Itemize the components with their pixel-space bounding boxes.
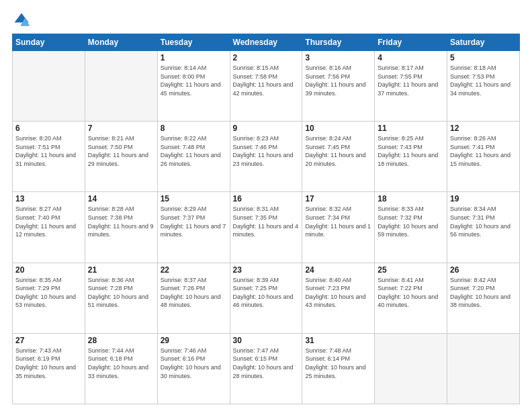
day-info: Sunrise: 8:31 AM Sunset: 7:35 PM Dayligh…: [233, 205, 300, 238]
day-info: Sunrise: 8:24 AM Sunset: 7:45 PM Dayligh…: [305, 134, 371, 168]
calendar-cell: 6Sunrise: 8:20 AM Sunset: 7:51 PM Daylig…: [13, 122, 85, 192]
calendar-table: SundayMondayTuesdayWednesdayThursdayFrid…: [12, 34, 520, 404]
day-info: Sunrise: 8:25 AM Sunset: 7:43 PM Dayligh…: [378, 134, 444, 168]
day-info: Sunrise: 7:48 AM Sunset: 6:14 PM Dayligh…: [305, 347, 371, 380]
calendar-cell: 2Sunrise: 8:15 AM Sunset: 7:58 PM Daylig…: [230, 51, 302, 122]
day-number: 7: [88, 124, 154, 133]
day-number: 1: [161, 53, 227, 62]
day-info: Sunrise: 8:16 AM Sunset: 7:56 PM Dayligh…: [305, 64, 371, 97]
calendar-cell: 20Sunrise: 8:35 AM Sunset: 7:29 PM Dayli…: [13, 263, 85, 333]
week-row-2: 13Sunrise: 8:27 AM Sunset: 7:40 PM Dayli…: [13, 192, 520, 263]
day-number: 22: [161, 265, 227, 275]
day-info: Sunrise: 8:21 AM Sunset: 7:50 PM Dayligh…: [88, 134, 154, 168]
calendar-cell: 14Sunrise: 8:28 AM Sunset: 7:38 PM Dayli…: [85, 192, 157, 263]
day-info: Sunrise: 7:43 AM Sunset: 6:19 PM Dayligh…: [15, 347, 82, 380]
calendar-cell: 9Sunrise: 8:23 AM Sunset: 7:46 PM Daylig…: [230, 122, 302, 192]
day-number: 15: [161, 194, 227, 203]
calendar-cell: 30Sunrise: 7:47 AM Sunset: 6:15 PM Dayli…: [230, 333, 302, 404]
day-number: 3: [305, 53, 371, 62]
day-info: Sunrise: 8:34 AM Sunset: 7:31 PM Dayligh…: [450, 205, 517, 238]
week-row-1: 6Sunrise: 8:20 AM Sunset: 7:51 PM Daylig…: [13, 122, 520, 192]
calendar-cell: 31Sunrise: 7:48 AM Sunset: 6:14 PM Dayli…: [302, 333, 375, 404]
calendar-cell: 22Sunrise: 8:37 AM Sunset: 7:26 PM Dayli…: [157, 263, 230, 333]
day-number: 20: [15, 265, 82, 275]
day-info: Sunrise: 8:36 AM Sunset: 7:28 PM Dayligh…: [88, 276, 154, 310]
day-number: 4: [378, 53, 444, 62]
calendar-cell: 27Sunrise: 7:43 AM Sunset: 6:19 PM Dayli…: [13, 333, 85, 404]
day-info: Sunrise: 7:44 AM Sunset: 6:18 PM Dayligh…: [88, 347, 154, 380]
day-number: 5: [450, 53, 517, 62]
day-number: 30: [233, 336, 300, 345]
calendar-cell: 26Sunrise: 8:42 AM Sunset: 7:20 PM Dayli…: [447, 263, 520, 333]
header: [12, 11, 520, 30]
day-info: Sunrise: 8:23 AM Sunset: 7:46 PM Dayligh…: [233, 134, 300, 168]
day-info: Sunrise: 8:42 AM Sunset: 7:20 PM Dayligh…: [450, 276, 517, 310]
day-info: Sunrise: 8:27 AM Sunset: 7:40 PM Dayligh…: [15, 205, 82, 238]
day-number: 17: [305, 194, 371, 203]
calendar-cell: 19Sunrise: 8:34 AM Sunset: 7:31 PM Dayli…: [447, 192, 520, 263]
day-number: 10: [305, 124, 371, 133]
day-info: Sunrise: 8:22 AM Sunset: 7:48 PM Dayligh…: [161, 134, 227, 168]
day-info: Sunrise: 8:32 AM Sunset: 7:34 PM Dayligh…: [305, 205, 371, 238]
calendar-cell: 25Sunrise: 8:41 AM Sunset: 7:22 PM Dayli…: [375, 263, 447, 333]
day-info: Sunrise: 7:46 AM Sunset: 6:16 PM Dayligh…: [161, 347, 227, 380]
day-info: Sunrise: 8:15 AM Sunset: 7:58 PM Dayligh…: [233, 64, 300, 97]
calendar-cell: 12Sunrise: 8:26 AM Sunset: 7:41 PM Dayli…: [447, 122, 520, 192]
calendar-cell: 24Sunrise: 8:40 AM Sunset: 7:23 PM Dayli…: [302, 263, 375, 333]
day-number: 11: [378, 124, 444, 133]
calendar-cell: 17Sunrise: 8:32 AM Sunset: 7:34 PM Dayli…: [302, 192, 375, 263]
weekday-header-sunday: Sunday: [13, 34, 85, 51]
weekday-header-thursday: Thursday: [302, 34, 375, 51]
calendar-cell: 18Sunrise: 8:33 AM Sunset: 7:32 PM Dayli…: [375, 192, 447, 263]
day-number: 12: [450, 124, 517, 133]
calendar-cell: 15Sunrise: 8:29 AM Sunset: 7:37 PM Dayli…: [157, 192, 230, 263]
day-info: Sunrise: 8:37 AM Sunset: 7:26 PM Dayligh…: [161, 276, 227, 310]
day-info: Sunrise: 8:17 AM Sunset: 7:55 PM Dayligh…: [378, 64, 444, 97]
calendar-cell: 13Sunrise: 8:27 AM Sunset: 7:40 PM Dayli…: [13, 192, 85, 263]
day-number: 26: [450, 265, 517, 275]
calendar-cell: 10Sunrise: 8:24 AM Sunset: 7:45 PM Dayli…: [302, 122, 375, 192]
day-number: 25: [378, 265, 444, 275]
day-info: Sunrise: 8:40 AM Sunset: 7:23 PM Dayligh…: [305, 276, 371, 310]
day-number: 2: [233, 53, 300, 62]
calendar-cell: [13, 51, 85, 122]
weekday-header-wednesday: Wednesday: [230, 34, 302, 51]
calendar-cell: 1Sunrise: 8:14 AM Sunset: 8:00 PM Daylig…: [157, 51, 230, 122]
weekday-header-monday: Monday: [85, 34, 157, 51]
day-number: 18: [378, 194, 444, 203]
day-number: 28: [88, 336, 154, 345]
calendar-cell: 8Sunrise: 8:22 AM Sunset: 7:48 PM Daylig…: [157, 122, 230, 192]
day-number: 6: [15, 124, 82, 133]
logo-icon: [12, 11, 31, 30]
week-row-3: 20Sunrise: 8:35 AM Sunset: 7:29 PM Dayli…: [13, 263, 520, 333]
weekday-header-tuesday: Tuesday: [157, 34, 230, 51]
day-info: Sunrise: 8:35 AM Sunset: 7:29 PM Dayligh…: [15, 276, 82, 310]
week-row-4: 27Sunrise: 7:43 AM Sunset: 6:19 PM Dayli…: [13, 333, 520, 404]
calendar-cell: 23Sunrise: 8:39 AM Sunset: 7:25 PM Dayli…: [230, 263, 302, 333]
calendar-cell: 21Sunrise: 8:36 AM Sunset: 7:28 PM Dayli…: [85, 263, 157, 333]
calendar-cell: 5Sunrise: 8:18 AM Sunset: 7:53 PM Daylig…: [447, 51, 520, 122]
day-info: Sunrise: 8:14 AM Sunset: 8:00 PM Dayligh…: [161, 64, 227, 97]
day-info: Sunrise: 8:26 AM Sunset: 7:41 PM Dayligh…: [450, 134, 517, 168]
day-number: 31: [305, 336, 371, 345]
day-info: Sunrise: 8:39 AM Sunset: 7:25 PM Dayligh…: [233, 276, 300, 310]
day-number: 21: [88, 265, 154, 275]
calendar-cell: [447, 333, 520, 404]
week-row-0: 1Sunrise: 8:14 AM Sunset: 8:00 PM Daylig…: [13, 51, 520, 122]
day-number: 8: [161, 124, 227, 133]
day-number: 14: [88, 194, 154, 203]
day-info: Sunrise: 8:29 AM Sunset: 7:37 PM Dayligh…: [161, 205, 227, 238]
weekday-header-friday: Friday: [375, 34, 447, 51]
day-number: 13: [15, 194, 82, 203]
calendar-cell: 4Sunrise: 8:17 AM Sunset: 7:55 PM Daylig…: [375, 51, 447, 122]
weekday-header-row: SundayMondayTuesdayWednesdayThursdayFrid…: [13, 34, 520, 51]
day-info: Sunrise: 8:28 AM Sunset: 7:38 PM Dayligh…: [88, 205, 154, 238]
calendar-cell: [375, 333, 447, 404]
day-number: 27: [15, 336, 82, 345]
day-info: Sunrise: 8:41 AM Sunset: 7:22 PM Dayligh…: [378, 276, 444, 310]
calendar-cell: 28Sunrise: 7:44 AM Sunset: 6:18 PM Dayli…: [85, 333, 157, 404]
day-info: Sunrise: 8:33 AM Sunset: 7:32 PM Dayligh…: [378, 205, 444, 238]
calendar-cell: 29Sunrise: 7:46 AM Sunset: 6:16 PM Dayli…: [157, 333, 230, 404]
day-number: 23: [233, 265, 300, 275]
calendar-cell: 3Sunrise: 8:16 AM Sunset: 7:56 PM Daylig…: [302, 51, 375, 122]
